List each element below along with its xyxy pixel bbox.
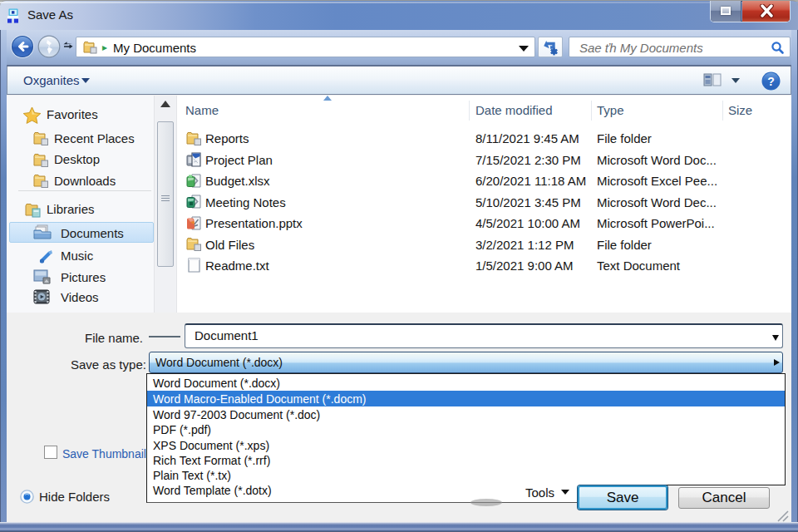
svg-text:?: ? (767, 75, 775, 88)
